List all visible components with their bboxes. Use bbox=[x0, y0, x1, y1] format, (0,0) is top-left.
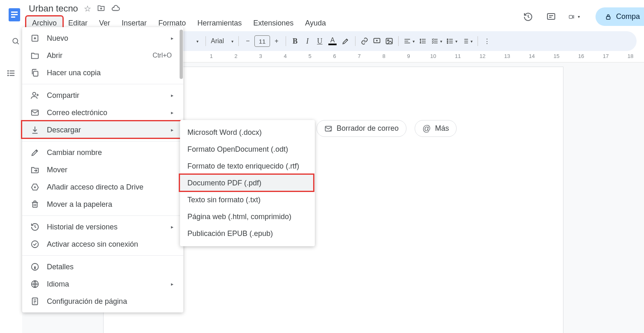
document-title[interactable]: Urban tecno bbox=[29, 3, 78, 14]
svg-point-16 bbox=[8, 75, 9, 76]
drive-add-icon bbox=[30, 183, 40, 192]
file-menu-item[interactable]: Descargar▸ bbox=[22, 121, 183, 139]
file-menu-item[interactable]: Mover a la papelera bbox=[22, 196, 183, 213]
ruler-number: 16 bbox=[578, 53, 584, 59]
file-menu-dropdown: Nuevo▸AbrirCtrl+OHacer una copiaComparti… bbox=[22, 27, 183, 312]
font-size-value: 11 bbox=[259, 38, 266, 45]
menu-separator bbox=[22, 84, 183, 84]
person-add-icon bbox=[30, 91, 40, 100]
file-menu-item[interactable]: Idioma▸ bbox=[22, 275, 183, 293]
smart-chips-row: Borrador de correo @ Más bbox=[316, 120, 457, 137]
italic-button[interactable]: I bbox=[302, 35, 313, 48]
submenu-caret-icon: ▸ bbox=[171, 35, 176, 41]
file-menu-item[interactable]: Cambiar nombre bbox=[22, 144, 183, 161]
numbered-list-dropdown[interactable]: ▾ bbox=[460, 35, 474, 48]
svg-rect-9 bbox=[386, 38, 392, 44]
meet-icon[interactable]: ▾ bbox=[568, 11, 580, 23]
download-submenu-item[interactable]: Texto sin formato (.txt) bbox=[180, 192, 315, 208]
caret-down-icon: ▾ bbox=[455, 39, 457, 44]
file-menu-item[interactable]: Añadir acceso directo a Drive bbox=[22, 178, 183, 196]
history-icon[interactable] bbox=[522, 11, 534, 23]
search-icon[interactable] bbox=[7, 33, 24, 49]
star-icon[interactable]: ☆ bbox=[84, 4, 91, 14]
download-submenu-item[interactable]: Página web (.html, comprimido) bbox=[180, 208, 315, 225]
file-menu-item[interactable]: Mover bbox=[22, 161, 183, 178]
chip-more[interactable]: @ Más bbox=[415, 120, 457, 137]
align-dropdown[interactable]: ▾ bbox=[402, 35, 416, 48]
file-menu-item[interactable]: Activar acceso sin conexión bbox=[22, 236, 183, 253]
download-submenu-item[interactable]: Documento PDF (.pdf) bbox=[180, 175, 315, 192]
svg-rect-1 bbox=[11, 12, 18, 13]
left-gutter bbox=[0, 62, 22, 333]
download-submenu: Microsoft Word (.docx)Formato OpenDocume… bbox=[180, 120, 315, 246]
ruler-number: 1 bbox=[210, 53, 212, 59]
ruler-number: 18 bbox=[628, 53, 633, 59]
menu-item-label: Hacer una copia bbox=[47, 69, 176, 77]
share-button[interactable]: Compa bbox=[596, 7, 644, 26]
chip-label: Borrador de correo bbox=[337, 124, 399, 133]
menu-item-label: Correo electrónico bbox=[47, 109, 164, 117]
svg-point-10 bbox=[388, 40, 389, 41]
menu-item-label: Activar acceso sin conexión bbox=[47, 240, 176, 249]
font-size-increase[interactable]: + bbox=[271, 35, 282, 48]
ruler-number: 17 bbox=[603, 53, 609, 59]
svg-point-23 bbox=[32, 241, 39, 248]
download-submenu-item[interactable]: Microsoft Word (.docx) bbox=[180, 124, 315, 141]
download-submenu-item[interactable]: Formato OpenDocument (.odt) bbox=[180, 141, 315, 158]
font-size-decrease[interactable]: − bbox=[242, 35, 254, 48]
file-menu-item[interactable]: Historial de versiones▸ bbox=[22, 218, 183, 236]
plus-box-icon bbox=[30, 34, 40, 43]
zoom-dropdown[interactable]: ▾ bbox=[191, 35, 202, 48]
ruler-number: 6 bbox=[333, 53, 336, 59]
file-menu-item[interactable]: Correo electrónico▸ bbox=[22, 104, 183, 121]
svg-rect-3 bbox=[11, 16, 15, 18]
chip-draft-email[interactable]: Borrador de correo bbox=[316, 120, 406, 137]
bold-button[interactable]: B bbox=[289, 35, 301, 48]
docs-logo-icon[interactable] bbox=[6, 4, 23, 25]
highlight-color-button[interactable] bbox=[339, 35, 352, 48]
outline-toggle-icon[interactable] bbox=[5, 67, 17, 79]
svg-point-20 bbox=[33, 92, 36, 95]
download-submenu-item[interactable]: Formato de texto enriquecido (.rtf) bbox=[180, 158, 315, 175]
menu-item-label: Detalles bbox=[47, 263, 176, 271]
svg-rect-6 bbox=[606, 16, 610, 19]
file-menu-item[interactable]: Detalles bbox=[22, 258, 183, 275]
caret-down-icon: ▾ bbox=[413, 39, 415, 44]
comments-icon[interactable] bbox=[545, 11, 557, 23]
download-submenu-item[interactable]: Publicación EPUB (.epub) bbox=[180, 225, 315, 242]
submenu-caret-icon: ▸ bbox=[171, 224, 176, 230]
font-family-dropdown[interactable]: Arial ▾ bbox=[209, 35, 235, 48]
bulleted-list-dropdown[interactable]: ▾ bbox=[445, 35, 459, 48]
more-toolbar-button[interactable]: ⋮ bbox=[481, 35, 493, 48]
cloud-status-icon[interactable] bbox=[111, 4, 120, 14]
caret-down-icon: ▾ bbox=[578, 14, 580, 19]
menu-extensiones[interactable]: Extensiones bbox=[247, 16, 299, 30]
menu-ayuda[interactable]: Ayuda bbox=[299, 16, 332, 30]
toolbar-separator bbox=[286, 36, 286, 46]
menu-item-shortcut: Ctrl+O bbox=[152, 52, 176, 59]
insert-link-button[interactable] bbox=[359, 35, 370, 48]
font-size-input[interactable]: 11 bbox=[254, 35, 270, 47]
offline-icon bbox=[30, 240, 40, 249]
underline-button[interactable]: U bbox=[314, 35, 325, 48]
ruler-number: 9 bbox=[407, 53, 410, 59]
file-menu-item[interactable]: Configuración de página bbox=[22, 293, 183, 310]
menu-herramientas[interactable]: Herramientas bbox=[192, 16, 247, 30]
header: Urban tecno ☆ Archivo Editar Ver Inserta… bbox=[0, 0, 644, 29]
menu-item-label: Compartir bbox=[47, 91, 164, 100]
move-folder-icon[interactable] bbox=[97, 4, 105, 14]
svg-rect-19 bbox=[33, 71, 38, 76]
insert-image-button[interactable] bbox=[383, 35, 395, 48]
file-menu-item[interactable]: Hacer una copia bbox=[22, 64, 183, 81]
svg-rect-4 bbox=[547, 14, 555, 19]
file-menu-item[interactable]: AbrirCtrl+O bbox=[22, 47, 183, 64]
file-menu-item[interactable]: Nuevo▸ bbox=[22, 30, 183, 47]
file-menu-item[interactable]: Compartir▸ bbox=[22, 87, 183, 104]
text-color-button[interactable]: A bbox=[326, 35, 339, 48]
ruler-number: 10 bbox=[430, 53, 436, 59]
ruler-number: 7 bbox=[358, 53, 360, 59]
checklist-dropdown[interactable]: ▾ bbox=[429, 35, 444, 48]
add-comment-button[interactable] bbox=[371, 35, 383, 48]
line-spacing-dropdown[interactable] bbox=[417, 35, 429, 48]
menu-item-label: Configuración de página bbox=[47, 297, 176, 306]
